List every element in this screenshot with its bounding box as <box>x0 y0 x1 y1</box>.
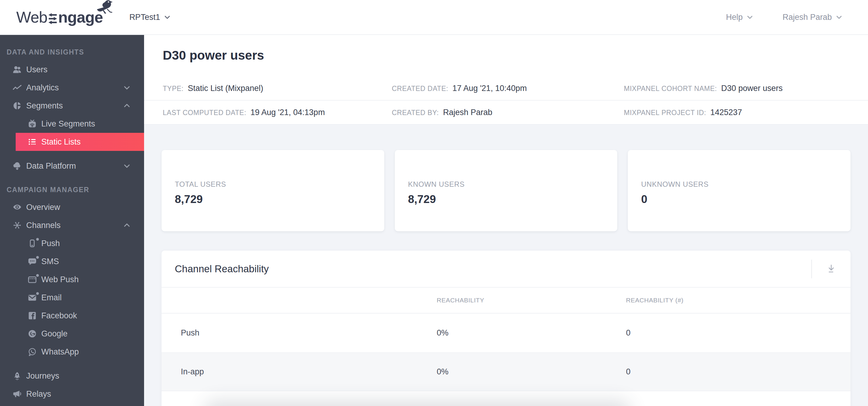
logo-text-web: Web <box>16 8 47 26</box>
topbar-right: Help Rajesh Parab <box>726 13 843 22</box>
sidebar-item-label: Live Segments <box>41 119 95 129</box>
stat-label: TOTAL USERS <box>175 180 384 189</box>
sidebar-item-channels[interactable]: Channels <box>0 216 144 234</box>
stat-value: 8,729 <box>175 193 384 206</box>
static-lists-icon <box>27 138 37 146</box>
topbar: Web ngage RPTest1 Help Rajesh Parab <box>0 0 868 35</box>
overview-icon <box>12 203 22 211</box>
meta-mixpanel-project-id: MIXPANEL PROJECT ID: 1425237 <box>624 108 868 117</box>
project-name: RPTest1 <box>129 13 160 22</box>
logo-e-arrows-icon <box>48 13 57 25</box>
chevron-up-icon <box>123 222 131 229</box>
whatsapp-icon <box>27 347 37 356</box>
meta-created-by: CREATED BY: Rajesh Parab <box>392 108 624 117</box>
section-campaign-manager: CAMPAIGN MANAGER <box>7 186 144 194</box>
panel-actions <box>811 260 850 278</box>
help-menu[interactable]: Help <box>726 13 754 22</box>
sidebar-item-email[interactable]: Email <box>0 289 144 307</box>
meta-created-date: CREATED DATE: 17 Aug '21, 10:40pm <box>392 84 624 93</box>
sidebar-item-label: Web Push <box>41 275 79 284</box>
meta-label: MIXPANEL COHORT NAME: <box>624 84 717 93</box>
sidebar-item-whatsapp[interactable]: WhatsApp <box>0 343 144 361</box>
sidebar-item-sms[interactable]: SMS <box>0 252 144 270</box>
stat-label: UNKNOWN USERS <box>641 180 850 189</box>
web-push-icon <box>27 275 37 284</box>
reachability-percent: 0% <box>437 367 626 376</box>
channel-reachability-panel: Channel Reachability REACHABILITY REACHA… <box>161 250 850 406</box>
sidebar-item-label: Google <box>41 329 67 339</box>
logo-bird-icon <box>95 0 113 16</box>
sidebar-item-label: Analytics <box>26 83 59 93</box>
meta-label: TYPE: <box>163 84 184 93</box>
sidebar-item-static-lists[interactable]: Static Lists <box>16 133 144 151</box>
stat-cards: TOTAL USERS 8,729 KNOWN USERS 8,729 UNKN… <box>144 125 868 231</box>
metadata: TYPE: Static List (Mixpanel) CREATED DAT… <box>144 76 868 125</box>
sidebar-item-analytics[interactable]: Analytics <box>0 79 144 97</box>
meta-value: Rajesh Parab <box>443 108 493 117</box>
sidebar-item-label: Static Lists <box>41 137 81 147</box>
reachability-count: 0 <box>626 367 850 376</box>
reachability-count: 0 <box>626 328 850 338</box>
sidebar-item-users[interactable]: Users <box>0 61 144 79</box>
sidebar: DATA AND INSIGHTS Users Analytics <box>0 35 144 406</box>
nav-group-gap <box>0 151 144 157</box>
chevron-down-icon <box>123 84 131 92</box>
user-name: Rajesh Parab <box>782 13 832 22</box>
known-users-card: KNOWN USERS 8,729 <box>395 150 618 231</box>
meta-label: CREATED DATE: <box>392 84 448 93</box>
sidebar-item-data-platform[interactable]: Data Platform <box>0 157 144 175</box>
chevron-up-icon <box>123 102 131 110</box>
sidebar-item-label: Data Platform <box>26 162 76 171</box>
sidebar-item-label: Relays <box>26 390 51 399</box>
chevron-down-icon <box>746 13 753 21</box>
total-users-card: TOTAL USERS 8,729 <box>161 150 384 231</box>
sidebar-item-segments[interactable]: Segments <box>0 97 144 115</box>
sidebar-item-overview[interactable]: Overview <box>0 198 144 216</box>
user-menu[interactable]: Rajesh Parab <box>782 13 843 22</box>
meta-value: 17 Aug '21, 10:40pm <box>453 84 527 93</box>
meta-label: LAST COMPUTED DATE: <box>163 109 246 117</box>
sms-icon <box>27 257 37 266</box>
download-button[interactable] <box>812 264 850 274</box>
meta-value: 19 Aug '21, 04:13pm <box>250 108 325 117</box>
sidebar-item-push[interactable]: Push <box>0 234 144 252</box>
data-platform-icon <box>12 162 22 170</box>
table-row-push: Push 0% 0 <box>161 313 850 352</box>
sidebar-item-google[interactable]: Google <box>0 325 144 343</box>
page-title: D30 power users <box>144 48 868 63</box>
page-header: D30 power users TYPE: Static List (Mixpa… <box>144 35 868 125</box>
sidebar-item-label: Overview <box>26 203 60 212</box>
users-icon <box>12 65 22 74</box>
relays-icon <box>12 390 22 398</box>
meta-type: TYPE: Static List (Mixpanel) <box>163 84 392 93</box>
channel-name: In-app <box>181 367 437 376</box>
metadata-row: TYPE: Static List (Mixpanel) CREATED DAT… <box>144 76 868 101</box>
nav-group-gap <box>0 361 144 367</box>
sidebar-item-facebook[interactable]: Facebook <box>0 307 144 325</box>
webengage-logo[interactable]: Web ngage <box>16 8 103 26</box>
sidebar-item-journeys[interactable]: Journeys <box>0 367 144 385</box>
sidebar-item-label: Facebook <box>41 311 77 320</box>
reachability-table-header: REACHABILITY REACHABILITY (#) <box>161 287 850 313</box>
reachability-percent: 0% <box>437 328 626 338</box>
email-icon <box>27 293 37 302</box>
help-label: Help <box>726 13 743 22</box>
sidebar-item-live-segments[interactable]: Live Segments <box>0 115 144 133</box>
panel-title: Channel Reachability <box>175 263 269 275</box>
stat-label: KNOWN USERS <box>408 180 618 189</box>
meta-last-computed-date: LAST COMPUTED DATE: 19 Aug '21, 04:13pm <box>163 108 392 117</box>
chevron-down-icon <box>164 13 171 21</box>
facebook-icon <box>27 311 37 320</box>
main-content: D30 power users TYPE: Static List (Mixpa… <box>144 35 868 406</box>
analytics-icon <box>12 83 22 92</box>
sidebar-item-relays[interactable]: Relays <box>0 385 144 403</box>
sidebar-item-web-push[interactable]: Web Push <box>0 270 144 289</box>
meta-label: MIXPANEL PROJECT ID: <box>624 109 706 117</box>
channels-icon <box>12 221 22 230</box>
sidebar-item-label: Journeys <box>26 371 59 381</box>
metadata-row: LAST COMPUTED DATE: 19 Aug '21, 04:13pm … <box>144 101 868 125</box>
stat-value: 0 <box>641 193 850 206</box>
sidebar-item-label: Push <box>41 239 60 248</box>
project-dropdown[interactable]: RPTest1 <box>129 13 171 22</box>
meta-mixpanel-cohort-name: MIXPANEL COHORT NAME: D30 power users <box>624 84 868 93</box>
